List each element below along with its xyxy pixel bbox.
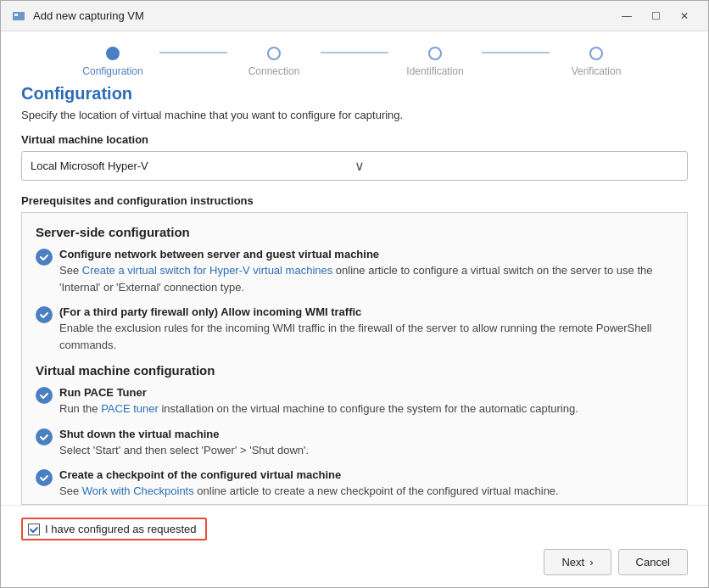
server-item-1-desc: See Create a virtual switch for Hyper-V … <box>59 262 673 295</box>
step-3-circle <box>428 47 442 60</box>
vm-desc-after-1: installation on the virtual machine to c… <box>159 402 578 415</box>
step-verification[interactable]: Verification <box>550 47 643 77</box>
step-connection[interactable]: Connection <box>227 47 321 77</box>
step-4-label: Verification <box>572 65 622 77</box>
prereq-label: Prerequisites and configuration instruct… <box>21 194 688 207</box>
vm-item-3-text: Create a checkpoint of the configured vi… <box>59 468 673 500</box>
check-icon-1 <box>36 249 53 266</box>
server-section-title: Server-side configuration <box>36 225 673 239</box>
vm-item-2-title: Shut down the virtual machine <box>59 428 673 440</box>
server-config-item-2: (For a third party firewall only) Allow … <box>36 305 673 353</box>
vm-config-item-2: Shut down the virtual machine Select 'St… <box>36 428 673 459</box>
server-item-2-text: (For a third party firewall only) Allow … <box>59 305 673 353</box>
vm-section-title: Virtual machine configuration <box>36 363 673 378</box>
chevron-down-icon: ∨ <box>354 158 678 174</box>
page-title: Configuration <box>21 84 688 104</box>
cancel-button[interactable]: Cancel <box>618 549 688 575</box>
next-label: Next <box>561 556 584 568</box>
vm-item-1-link[interactable]: PACE tuner <box>101 402 159 415</box>
minimize-button[interactable]: — <box>613 4 640 28</box>
vm-config-item-1: Run PACE Tuner Run the PACE tuner instal… <box>36 386 673 417</box>
step-identification[interactable]: Identification <box>388 47 482 77</box>
server-item-1-title: Configure network between server and gue… <box>59 248 673 260</box>
check-icon-3 <box>36 387 53 404</box>
check-icon-5 <box>36 469 53 486</box>
vm-item-3-title: Create a checkpoint of the configured vi… <box>59 468 673 481</box>
vm-item-1-desc: Run the PACE tuner installation on the v… <box>59 400 673 417</box>
configured-checkbox-wrapper[interactable]: I have configured as requested <box>21 518 207 540</box>
vm-item-2-desc: Select 'Start' and then select 'Power' >… <box>59 442 673 459</box>
step-1-circle <box>106 47 120 60</box>
step-configuration[interactable]: Configuration <box>66 47 159 77</box>
vm-item-1-title: Run PACE Tuner <box>59 386 673 399</box>
svg-rect-1 <box>14 14 18 16</box>
step-3-label: Identification <box>406 65 463 77</box>
vm-item-3-desc: See Work with Checkpoints online article… <box>59 483 673 500</box>
server-item-1-link[interactable]: Create a virtual switch for Hyper-V virt… <box>82 264 333 277</box>
window-controls: — ☐ ✕ <box>613 4 698 28</box>
vm-item-1-text: Run PACE Tuner Run the PACE tuner instal… <box>59 386 673 417</box>
svg-rect-0 <box>13 12 25 20</box>
instructions-box[interactable]: Server-side configuration Configure netw… <box>21 212 688 505</box>
vm-item-2-text: Shut down the virtual machine Select 'St… <box>59 428 673 459</box>
configured-checkbox-label: I have configured as requested <box>45 523 197 535</box>
main-window: Add new capturing VM — ☐ ✕ Configuration… <box>0 0 709 588</box>
maximize-button[interactable]: ☐ <box>642 4 669 28</box>
check-icon-4 <box>36 428 53 445</box>
content-area: Configuration Specify the location of vi… <box>1 84 708 505</box>
vm-desc-before-1: Run the <box>59 402 101 415</box>
server-item-2-desc: Enable the exclusion rules for the incom… <box>59 320 673 353</box>
next-icon: › <box>589 556 593 568</box>
vm-desc-before-3: See <box>59 484 82 497</box>
vm-desc-after-3: online article to create a new checkpoin… <box>194 484 559 497</box>
step-line-2 <box>321 52 388 53</box>
vm-location-value: Local Microsoft Hyper-V <box>31 160 354 172</box>
vm-location-dropdown[interactable]: Local Microsoft Hyper-V ∨ <box>21 151 688 181</box>
window-title: Add new capturing VM <box>33 9 613 22</box>
desc-before-1: See <box>59 264 82 277</box>
server-config-item-1: Configure network between server and gue… <box>36 248 673 295</box>
server-item-1-text: Configure network between server and gue… <box>59 248 673 295</box>
footer-buttons: Next › Cancel <box>21 549 688 575</box>
step-line-3 <box>482 52 550 53</box>
step-container: Configuration Connection Identification … <box>66 47 643 77</box>
page-subtitle: Specify the location of virtual machine … <box>21 109 688 121</box>
footer: I have configured as requested Next › Ca… <box>1 505 708 587</box>
vm-item-3-link[interactable]: Work with Checkpoints <box>82 484 194 497</box>
next-button[interactable]: Next › <box>544 549 611 575</box>
title-bar: Add new capturing VM — ☐ ✕ <box>1 1 708 31</box>
app-icon <box>11 8 26 24</box>
close-button[interactable]: ✕ <box>671 4 698 28</box>
step-line-1 <box>159 52 227 53</box>
vm-location-label: Virtual machine location <box>21 133 688 146</box>
step-2-circle <box>267 47 281 60</box>
step-1-label: Configuration <box>82 65 142 77</box>
server-item-2-title: (For a third party firewall only) Allow … <box>59 305 673 318</box>
check-icon-2 <box>36 306 53 323</box>
checkbox-row: I have configured as requested <box>21 518 688 540</box>
configured-checkbox[interactable] <box>28 524 40 535</box>
vm-config-item-3: Create a checkpoint of the configured vi… <box>36 468 673 500</box>
step-2-label: Connection <box>248 65 300 77</box>
wizard-steps: Configuration Connection Identification … <box>1 31 708 84</box>
step-4-circle <box>589 47 603 60</box>
